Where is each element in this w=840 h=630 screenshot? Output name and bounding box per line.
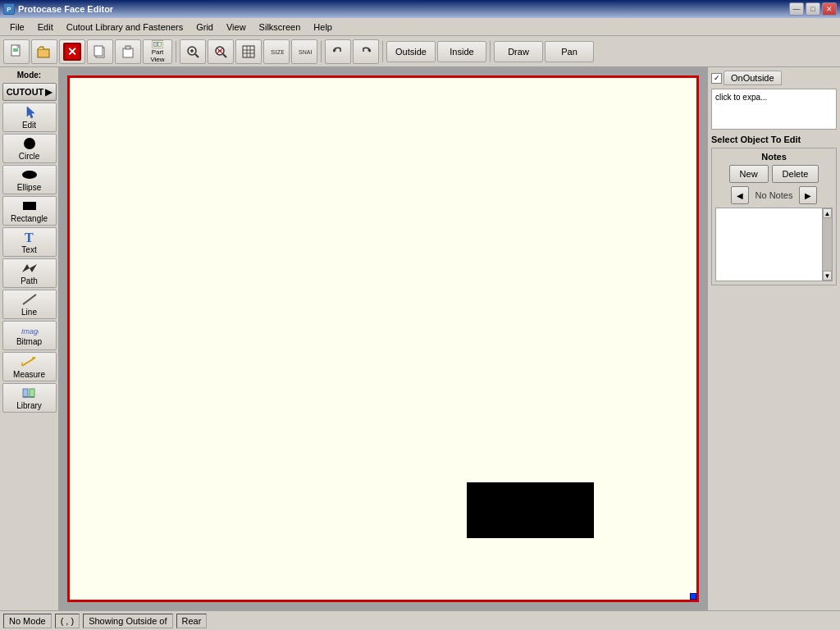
right-panel: ✓ OnOutside click to expa... Select Obje… [707,67,840,610]
maximize-button[interactable]: □ [806,2,820,16]
redo-button[interactable] [353,39,379,64]
toolbar-separator-1 [176,41,176,62]
part-view-label2: View [150,56,164,63]
titlebar-buttons: — □ ✕ [789,2,837,16]
app-title: Protocase Face Editor [18,4,113,14]
svg-rect-22 [243,46,254,57]
grid-button[interactable] [235,39,262,64]
tool-line[interactable]: Line [2,290,57,319]
svg-text:Image: Image [21,327,39,336]
circle-icon [21,136,39,151]
svg-rect-42 [23,389,28,397]
on-outside-tab[interactable]: OnOutside [724,71,782,85]
svg-rect-4 [38,49,49,57]
save-button[interactable]: ✕ [59,39,85,64]
inside-button[interactable]: Inside [437,41,486,62]
svg-line-20 [223,54,226,57]
canvas-area[interactable] [59,67,707,610]
cutout-mode-button[interactable]: CUTOUT ▶ [2,83,57,101]
black-rectangle-object [467,482,594,538]
tool-path[interactable]: Path [2,258,57,288]
size-button[interactable]: SIZE [263,39,290,64]
tool-library[interactable]: Library [2,383,57,413]
rectangle-icon [21,199,39,213]
paste-button[interactable] [115,39,141,64]
tool-ellipse[interactable]: Ellipse [2,165,57,194]
statusbar: No Mode ( , ) Showing Outside of Rear [0,610,840,630]
toolbar-separator-2 [321,41,322,62]
svg-point-32 [24,138,35,149]
tool-text[interactable]: T Text [2,227,57,257]
bitmap-icon: Image [21,325,39,336]
notes-textarea[interactable] [716,208,832,281]
open-button[interactable] [31,39,57,64]
draw-button[interactable]: Draw [494,41,543,62]
ellipse-icon [21,167,39,182]
library-icon [21,386,39,400]
notes-new-button[interactable]: New [729,165,769,183]
notes-prev-button[interactable]: ◀ [731,186,749,204]
part-view-label: Part [152,48,164,56]
notes-textarea-container: ▲ ▼ [715,208,833,281]
tool-bitmap[interactable]: Image Bitmap [2,321,57,350]
menu-cutout-library[interactable]: Cutout Library and Fasteners [60,21,189,34]
svg-rect-43 [30,389,34,397]
status-no-mode: No Mode [3,614,52,628]
svg-marker-30 [368,49,371,52]
notes-scrollbar: ▲ ▼ [822,208,832,281]
zoom-out-button[interactable] [208,39,234,64]
status-coords: ( , ) [55,614,80,628]
svg-rect-14 [158,42,162,46]
pan-button[interactable]: Pan [545,41,594,62]
minimize-button[interactable]: — [789,2,804,16]
no-notes-label: No Notes [752,190,797,200]
titlebar-left: P Protocase Face Editor [3,3,113,15]
zoom-in-button[interactable] [180,39,206,64]
context-help-text: click to expa... [715,93,767,102]
mode-label: Mode: [17,71,41,80]
notes-buttons: New Delete [715,165,833,183]
new-button[interactable] [3,39,30,64]
svg-rect-11 [126,46,130,49]
scrollbar-down-arrow[interactable]: ▼ [823,271,832,281]
copy-button[interactable] [87,39,113,64]
menu-view[interactable]: View [220,21,253,34]
svg-rect-34 [23,202,36,210]
menu-file[interactable]: File [3,21,31,34]
scrollbar-track[interactable] [823,218,832,271]
menu-edit[interactable]: Edit [31,21,60,34]
tool-measure[interactable]: Measure [2,352,57,381]
notes-section: Notes New Delete ◀ No Notes ▶ ▲ ▼ [711,148,837,285]
tool-rectangle[interactable]: Rectangle [2,196,57,226]
line-icon [21,292,39,307]
menu-grid[interactable]: Grid [189,21,220,34]
snap-button[interactable]: SNAP [291,39,317,64]
canvas-drawing-area[interactable] [67,75,699,602]
measure-icon [21,354,39,369]
tool-circle[interactable]: Circle [2,134,57,163]
left-sidebar: Mode: CUTOUT ▶ Edit Circle [0,67,59,610]
menu-help[interactable]: Help [307,21,339,34]
select-object-label: Select Object To Edit [711,135,837,144]
on-outside-checkbox[interactable]: ✓ [711,73,722,84]
outside-button[interactable]: Outside [386,41,436,62]
corner-handle[interactable] [690,593,696,600]
svg-point-33 [22,171,37,179]
status-showing: Showing Outside of [83,614,172,628]
svg-line-37 [23,294,36,304]
main-area: Mode: CUTOUT ▶ Edit Circle [0,67,840,610]
tool-edit[interactable]: Edit [2,103,57,132]
svg-rect-10 [123,48,133,57]
notes-next-button[interactable]: ▶ [799,186,817,204]
scrollbar-up-arrow[interactable]: ▲ [823,208,832,218]
part-view-button[interactable]: Part View [143,39,172,64]
menu-silkscreen[interactable]: Silkscreen [253,21,308,34]
edit-icon [21,105,39,120]
context-help-box[interactable]: click to expa... [711,89,837,130]
notes-delete-button[interactable]: Delete [772,165,819,183]
svg-line-39 [22,358,35,366]
svg-line-16 [195,54,199,57]
undo-button[interactable] [325,39,351,64]
toolbar-separator-3 [382,41,383,62]
close-button[interactable]: ✕ [822,2,837,16]
